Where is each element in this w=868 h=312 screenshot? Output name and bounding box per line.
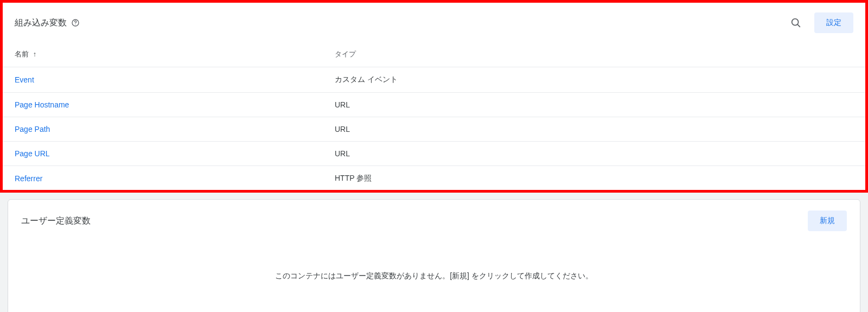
user-defined-header-actions: 新規 (808, 211, 847, 231)
empty-message: このコンテナにはユーザー定義変数がありません。[新規] をクリックして作成してく… (275, 271, 593, 280)
column-header-type[interactable]: タイプ (322, 44, 866, 67)
builtin-card-title: 組み込み変数 (15, 17, 788, 29)
configure-button[interactable]: 設定 (814, 12, 853, 33)
variable-type: URL (322, 117, 866, 142)
variable-type: URL (322, 93, 866, 117)
variable-type: カスタム イベント (322, 67, 866, 93)
variable-type: URL (322, 142, 866, 166)
user-defined-empty-state: このコンテナにはユーザー定義変数がありません。[新規] をクリックして作成してく… (8, 242, 860, 312)
column-name-label: 名前 (15, 50, 29, 58)
column-header-name[interactable]: 名前 ↑ (2, 44, 322, 67)
svg-point-1 (75, 24, 75, 25)
user-defined-title-text: ユーザー定義変数 (21, 215, 91, 227)
sort-asc-icon: ↑ (33, 50, 37, 58)
user-defined-card-title: ユーザー定義変数 (21, 215, 808, 227)
builtin-variables-table: 名前 ↑ タイプ Event カスタム イベント Page Hostname U… (2, 44, 866, 191)
help-icon[interactable] (71, 18, 80, 27)
svg-line-3 (797, 24, 800, 27)
builtin-card-header: 組み込み変数 設定 (2, 2, 866, 44)
table-row[interactable]: Page Hostname URL (2, 93, 866, 117)
variable-link[interactable]: Page Path (15, 125, 50, 133)
builtin-title-text: 組み込み変数 (15, 17, 67, 29)
table-row[interactable]: Page URL URL (2, 142, 866, 166)
variable-link[interactable]: Page URL (15, 149, 50, 158)
variable-link[interactable]: Page Hostname (15, 100, 69, 109)
table-header-row: 名前 ↑ タイプ (2, 44, 866, 67)
builtin-variables-card: 組み込み変数 設定 名前 (1, 1, 867, 192)
table-row[interactable]: Referrer HTTP 参照 (2, 166, 866, 192)
variable-type: HTTP 参照 (322, 166, 866, 192)
variable-link[interactable]: Event (15, 75, 34, 84)
table-row[interactable]: Event カスタム イベント (2, 67, 866, 93)
user-defined-variables-card: ユーザー定義変数 新規 このコンテナにはユーザー定義変数がありません。[新規] … (8, 199, 860, 312)
user-defined-card-header: ユーザー定義変数 新規 (8, 200, 860, 242)
column-type-label: タイプ (335, 50, 356, 58)
search-icon[interactable] (788, 15, 803, 30)
new-button[interactable]: 新規 (808, 211, 847, 231)
builtin-header-actions: 設定 (788, 12, 853, 33)
table-row[interactable]: Page Path URL (2, 117, 866, 142)
variable-link[interactable]: Referrer (15, 174, 42, 183)
